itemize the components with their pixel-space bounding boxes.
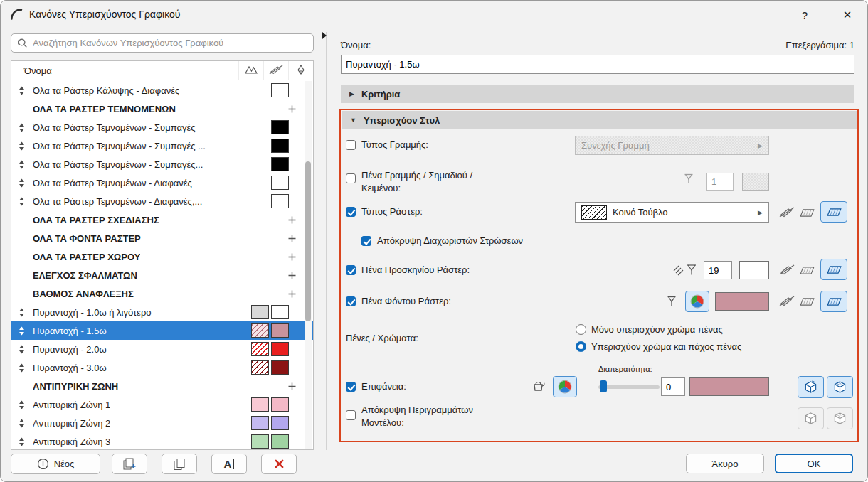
hide-contours-checkbox[interactable] — [346, 410, 356, 420]
rule-group-row[interactable]: ΟΛΑ ΤΑ ΡΑΣΤΕΡ ΣΧΕΔΙΑΣΗΣ — [11, 210, 313, 229]
rule-row[interactable]: Όλα τα Ράστερ Τεμνομένων - Διαφανές — [11, 173, 313, 192]
transparency-value-input[interactable] — [661, 377, 685, 396]
fill-slab-icon[interactable] — [799, 208, 815, 220]
contours-cut-button[interactable] — [827, 407, 853, 429]
rule-row[interactable]: Πυραντοχή - 1.5ω — [11, 321, 313, 340]
bg-pen-cut-slab-button[interactable] — [820, 291, 847, 312]
surface-color-swatch[interactable] — [689, 377, 769, 396]
fg-pen-color-swatch[interactable] — [739, 261, 769, 279]
fg-pen-number-input[interactable] — [704, 261, 732, 279]
line-type-dropdown[interactable]: Συνεχής Γραμμή ▶ — [575, 136, 769, 155]
rule-row[interactable]: Αντιπυρική Ζώνη 3 — [11, 432, 313, 449]
transparency-slider-track[interactable] — [598, 385, 660, 389]
line-type-value: Συνεχής Γραμμή — [581, 140, 650, 151]
rule-row[interactable]: Αντιπυρική Ζώνη 2 — [11, 414, 313, 432]
radio-pen-color-weight[interactable] — [576, 341, 586, 352]
graphic-override-rules-dialog: Κανόνες Υπερισχύοντος Γραφικού ? ✕ Όνομα… — [0, 0, 868, 482]
rule-label: Όλα τα Ράστερ Κάλυψης - Διαφανές — [33, 85, 179, 96]
list-scrollbar[interactable] — [305, 81, 312, 449]
radio-pen-color-only-label[interactable]: Μόνο υπερισχύον χρώμα πένας — [591, 324, 723, 336]
column-name-header[interactable]: Όνομα — [11, 65, 238, 76]
override-style-section-header[interactable]: ▼ Υπερισχύον Στυλ — [342, 111, 857, 129]
rule-row[interactable]: Πυραντοχή - 3.0ω — [11, 358, 313, 377]
search-input[interactable] — [33, 38, 307, 48]
new-rule-button[interactable]: Νέος — [11, 454, 100, 474]
line-type-checkbox[interactable] — [346, 140, 356, 150]
surface-column-header[interactable] — [288, 61, 313, 80]
color-swatch — [251, 434, 269, 449]
fg-pen-cut-slab-button[interactable] — [820, 259, 847, 280]
updown-arrows-icon — [16, 197, 27, 206]
rule-row[interactable]: Πυραντοχή - 2.0ω — [11, 340, 313, 358]
hide-separators-checkbox[interactable] — [361, 236, 371, 246]
surface-uncut-button[interactable] — [798, 376, 824, 398]
color-swatch — [251, 416, 269, 430]
add-rule-to-group-button[interactable] — [288, 271, 296, 282]
bg-pen-slab-icon[interactable] — [799, 297, 815, 309]
help-button[interactable]: ? — [792, 5, 817, 25]
scrollbar-thumb[interactable] — [305, 161, 311, 321]
pen-color-swatch[interactable] — [742, 173, 769, 191]
add-rule-to-group-button[interactable] — [288, 234, 296, 245]
splitter-handle-icon[interactable] — [322, 32, 327, 39]
rule-label: ΕΛΕΓΧΟΣ ΣΦΑΛΜΑΤΩΝ — [33, 270, 137, 281]
pen-strike-icon — [269, 65, 283, 77]
criteria-section-header[interactable]: ▶ Κριτήρια — [341, 85, 854, 103]
rule-row[interactable]: Όλα τα Ράστερ Τεμνομένων - Συμπαγές — [11, 118, 313, 136]
rule-group-row[interactable]: ΟΛΑ ΤΑ ΡΑΣΤΕΡ ΤΕΜΝΟΜΕΝΩΝ — [11, 100, 313, 118]
add-rule-to-group-button[interactable] — [288, 105, 296, 115]
bg-pen-strike-icon[interactable] — [779, 296, 795, 309]
ok-button[interactable]: OK — [775, 454, 853, 473]
panel-splitter[interactable] — [326, 32, 327, 450]
rule-row[interactable]: Αντιπυρική Ζώνη 1 — [11, 395, 313, 414]
rule-row[interactable]: Όλα τα Ράστερ Τεμνομένων - Συμπαγές ... — [11, 136, 313, 155]
bg-pen-checkbox[interactable] — [346, 296, 356, 306]
transparency-slider-thumb[interactable] — [600, 380, 607, 392]
rule-row[interactable]: Πυραντοχή - 1.0ω ή λιγότερο — [11, 303, 313, 321]
rename-rule-button[interactable]: A — [211, 454, 247, 474]
rule-swatches — [251, 434, 289, 449]
add-rule-to-group-button[interactable] — [288, 215, 296, 226]
fill-type-dropdown[interactable]: Κοινό Τούβλο ▶ — [575, 202, 769, 223]
rule-group-row[interactable]: ΟΛΑ ΤΑ ΡΑΣΤΕΡ ΧΩΡΟΥ — [11, 247, 313, 266]
close-button[interactable]: ✕ — [832, 5, 863, 25]
pen-checkbox[interactable] — [346, 173, 356, 183]
surface-colorwheel-button[interactable] — [553, 376, 577, 397]
fills-column-header[interactable] — [238, 61, 263, 80]
rule-name-input[interactable] — [341, 55, 854, 74]
rule-label: Αντιπυρική Ζώνη 1 — [33, 400, 110, 410]
surface-checkbox[interactable] — [346, 382, 356, 392]
rule-group-row[interactable]: ΕΛΕΓΧΟΣ ΣΦΑΛΜΑΤΩΝ — [11, 266, 313, 284]
rule-row[interactable]: Όλα τα Ράστερ Τεμνομένων - Συμπαγές... — [11, 155, 313, 173]
duplicate-rule-button[interactable] — [112, 454, 147, 474]
add-rule-to-group-button[interactable] — [288, 252, 296, 263]
bg-pen-color-swatch[interactable] — [715, 292, 769, 311]
fg-pen-slab-icon[interactable] — [799, 266, 815, 277]
pen-number-input[interactable] — [706, 173, 734, 191]
bg-pen-colorwheel-button[interactable] — [685, 291, 709, 312]
fg-pen-checkbox[interactable] — [346, 265, 356, 275]
surface-cut-button[interactable] — [827, 376, 853, 398]
rule-group-row[interactable]: ΑΝΤΙΠΥΡΙΚΗ ΖΩΝΗ — [11, 377, 313, 395]
fill-type-checkbox[interactable] — [346, 207, 356, 217]
cancel-button[interactable]: Άκυρο — [686, 454, 764, 473]
rule-row[interactable]: Όλα τα Ράστερ Τεμνομένων - Διαφανές,... — [11, 192, 313, 210]
fill-pen-strike-icon[interactable] — [779, 207, 795, 220]
radio-pen-color-weight-label[interactable]: Υπερισχύον χρώμα και πάχος πένας — [591, 341, 741, 353]
rule-group-row[interactable]: ΟΛΑ ΤΑ ΦΟΝΤΑ ΡΑΣΤΕΡ — [11, 229, 313, 247]
dropdown-arrow-icon: ▶ — [758, 209, 763, 216]
updown-arrows-icon — [16, 308, 27, 317]
import-rule-button[interactable] — [162, 454, 197, 474]
add-rule-to-group-button[interactable] — [288, 382, 296, 392]
pens-column-header[interactable] — [263, 61, 288, 80]
contours-uncut-button[interactable] — [798, 407, 824, 429]
add-rule-to-group-button[interactable] — [288, 289, 296, 300]
rule-swatches — [251, 323, 289, 338]
updown-arrows-icon — [16, 86, 27, 95]
fg-pen-strike-icon[interactable] — [779, 264, 795, 277]
rule-row[interactable]: Όλα τα Ράστερ Κάλυψης - Διαφανές — [11, 81, 313, 100]
rule-group-row[interactable]: ΒΑΘΜΟΣ ΑΝΑΦΛΕΞΗΣ — [11, 284, 313, 303]
fill-cut-slab-button[interactable] — [820, 201, 847, 223]
radio-pen-color-only[interactable] — [576, 324, 586, 335]
delete-rule-button[interactable] — [261, 454, 297, 474]
